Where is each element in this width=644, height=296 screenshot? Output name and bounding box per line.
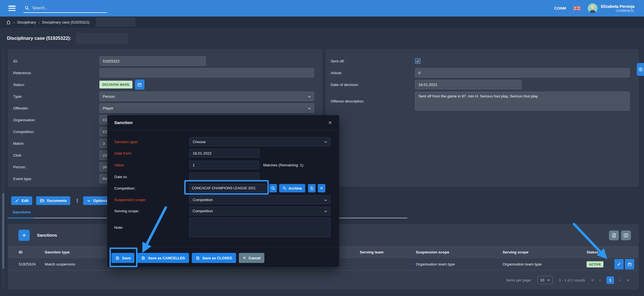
id-field[interactable]: 51925322	[99, 56, 206, 66]
org-code-label: CONM	[554, 6, 566, 10]
edit-button[interactable]: Edit	[11, 196, 32, 205]
options-button[interactable]: Options	[83, 196, 111, 205]
serving-scope-select[interactable]: Competition	[189, 207, 330, 215]
columns-icon	[623, 233, 629, 238]
form-row-offender: Offender: Player	[13, 103, 322, 113]
folder-icon	[40, 198, 45, 203]
search-input[interactable]	[32, 5, 99, 10]
col-header-suspension-scope[interactable]: Suspension scope	[416, 250, 503, 254]
col-header-status[interactable]: Status	[587, 250, 634, 254]
table-toolbar	[609, 230, 631, 240]
search-icon	[271, 186, 275, 190]
table-pagination: Items per page: 10 1 - 1 of 1 results « …	[8, 273, 639, 287]
save-as-cancelled-button[interactable]: Save as CANCELLED	[137, 253, 189, 263]
date-to-input[interactable]	[189, 173, 259, 181]
add-sanction-button[interactable]: +	[18, 230, 30, 241]
top-bar: CONM Elizabe	[0, 0, 644, 17]
date-from-input[interactable]: 18.01.2022	[189, 149, 259, 157]
value-label: Value:	[114, 163, 189, 167]
archive-search-button[interactable]: Archive	[279, 184, 305, 192]
cell-suspension-scope: Organisation team type	[416, 262, 503, 266]
modal-row-serving-scope: Serving scope: Competition	[114, 207, 332, 215]
edit-button-label: Edit	[22, 199, 29, 203]
cancel-button-label: Cancel	[249, 256, 261, 260]
first-page-button[interactable]: «	[591, 278, 594, 283]
status-history-button[interactable]	[135, 80, 144, 90]
event-type-label: Event type:	[13, 177, 99, 181]
cell-id: 51925324	[19, 262, 45, 266]
settings-flyout-tab[interactable]	[637, 63, 644, 76]
copy-icon	[310, 186, 314, 190]
hamburger-menu-icon[interactable]	[8, 6, 16, 11]
note-textarea[interactable]	[189, 218, 330, 237]
form-row-offence-description: Offence description: Sent off from the g…	[331, 92, 639, 111]
save-button[interactable]: Save	[111, 253, 134, 263]
page-title: Disciplinary case (51925322):	[7, 36, 71, 41]
chevron-down-icon	[307, 95, 311, 99]
next-page-button[interactable]: ›	[620, 278, 621, 283]
date-of-decision-field[interactable]: 18.01.2022	[415, 80, 522, 89]
page-title-row: Disciplinary case (51925322):	[7, 32, 71, 45]
columns-toggle-button[interactable]	[621, 230, 631, 240]
sanctions-panel-title: Sanctions	[37, 233, 57, 237]
modal-row-suspension-scope: Suspension scope: Competition	[114, 195, 332, 204]
documents-button[interactable]: Documents	[36, 196, 71, 205]
user-organisation: CONMEBOL	[601, 9, 634, 12]
user-menu[interactable]: Elizabeta Peronja CONMEBOL	[588, 3, 634, 13]
competition-label: Competition:	[13, 130, 99, 134]
row-action-buttons	[614, 259, 634, 269]
home-icon[interactable]	[6, 20, 11, 25]
article-field[interactable]: 0	[415, 68, 630, 78]
last-page-button[interactable]: »	[627, 278, 629, 283]
sent-off-checkbox[interactable]	[415, 58, 421, 64]
breadcrumb-item-disciplinary[interactable]: Disciplinary	[17, 20, 36, 24]
page-number-button[interactable]: 1	[606, 276, 614, 284]
col-header-id[interactable]: ID	[19, 250, 45, 254]
results-count: 1 - 1 of 1 results	[559, 278, 585, 282]
archive-button-label: Archive	[288, 186, 302, 190]
competition-copy-button[interactable]	[308, 184, 316, 192]
value-input[interactable]: 1	[189, 161, 259, 169]
person-label: Person:	[13, 165, 99, 169]
sanction-history-button[interactable]	[625, 259, 634, 269]
competition-clear-button[interactable]: ✕	[318, 184, 325, 192]
excel-export-icon	[611, 233, 617, 238]
serving-scope-label: Serving scope:	[114, 209, 189, 213]
modal-row-date-to: Date to:	[114, 173, 332, 181]
sanction-modal: Sanction ✕ Sanction type: Choose Date fr…	[107, 115, 339, 267]
more-actions-icon[interactable]: ⋮	[75, 198, 80, 204]
prev-page-button[interactable]: ‹	[599, 278, 601, 283]
competition-search-button[interactable]	[269, 184, 277, 192]
article-label: Article:	[331, 71, 415, 75]
competition-input[interactable]: CONCACAF CHAMPIONS LEAGUE 2021	[189, 184, 266, 192]
redacted-title-value	[76, 33, 128, 44]
sanction-type-label: Sanction type:	[114, 140, 189, 144]
tab-active-indicator	[8, 218, 34, 218]
sanction-type-select[interactable]: Choose	[189, 137, 330, 146]
export-excel-button[interactable]	[609, 230, 619, 240]
offender-select[interactable]: Player	[99, 103, 314, 113]
offence-description-field[interactable]: Sent off from the game in 87. min H. Ser…	[415, 92, 630, 111]
modal-footer: Save Save as CANCELLED Save as CLOSED ✕ …	[111, 253, 264, 263]
user-name: Elizabeta Peronja	[601, 4, 634, 9]
col-header-serving-scope[interactable]: Serving scope	[503, 250, 587, 254]
language-flag-icon[interactable]	[573, 6, 580, 11]
save-as-closed-button[interactable]: Save as CLOSED	[192, 253, 236, 263]
breadcrumb-item-case[interactable]: Disciplinary case (51925322):	[42, 20, 90, 24]
modal-title: Sanction	[114, 120, 132, 125]
save-icon	[141, 256, 145, 260]
col-header-serving-team[interactable]: Serving team	[360, 250, 416, 254]
type-select[interactable]: Person	[99, 92, 314, 101]
items-per-page-select[interactable]: 10	[538, 276, 553, 284]
page-scrollbar[interactable]	[2, 49, 4, 290]
suspension-scope-select[interactable]: Competition	[189, 195, 330, 204]
tab-sanctions[interactable]: Sanctions	[13, 210, 31, 214]
reference-field[interactable]	[99, 68, 314, 78]
modal-close-icon[interactable]: ✕	[328, 120, 332, 126]
edit-sanction-button[interactable]	[614, 259, 624, 269]
scrollbar-thumb[interactable]	[2, 193, 4, 269]
redacted-breadcrumb-value	[96, 17, 136, 27]
sanction-type-value: Choose	[193, 140, 206, 144]
sent-off-label: Sent off:	[331, 59, 415, 63]
cancel-button[interactable]: ✕ Cancel	[239, 253, 264, 263]
